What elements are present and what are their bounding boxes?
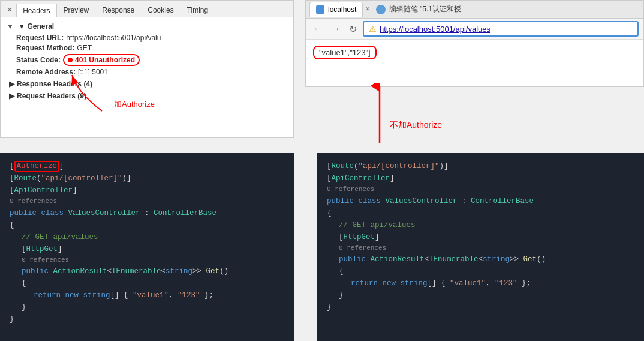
devtools-tabs: × Headers Preview Response Cookies Timin… bbox=[1, 1, 293, 17]
code-r-line-5: { bbox=[327, 207, 634, 219]
authorize-attribute: Authorize bbox=[14, 161, 60, 172]
request-url-row: Request URL: https://localhost:5001/api/… bbox=[7, 34, 287, 42]
browser-window: localhost × 编辑随笔 "5.1认证和授 ← → ↻ ⚠ https:… bbox=[305, 0, 644, 87]
browser-tab-title: localhost bbox=[328, 5, 356, 14]
code-line-13: } bbox=[10, 301, 284, 313]
code-line-10: public ActionResult<IEnumerable<string>>… bbox=[10, 265, 284, 277]
devtools-panel: × Headers Preview Response Cookies Timin… bbox=[0, 0, 294, 138]
code-panel-left: [Authorize] [Route("api/[controller]")] … bbox=[0, 153, 294, 341]
code-line-6: { bbox=[10, 219, 284, 231]
back-button[interactable]: ← bbox=[311, 22, 325, 35]
warning-icon: ⚠ bbox=[369, 24, 377, 34]
new-tab-text: 编辑随笔 "5.1认证和授 bbox=[389, 4, 461, 14]
code-line-7: // GET api/values bbox=[10, 231, 284, 243]
code-line-8: [HttpGet] bbox=[10, 243, 284, 255]
search-icon bbox=[376, 5, 386, 14]
browser-tab-localhost[interactable]: localhost bbox=[309, 2, 363, 17]
browser-tab-bar: localhost × 编辑随笔 "5.1认证和授 bbox=[306, 1, 643, 19]
general-title: ▼ ▼ General bbox=[7, 22, 287, 31]
status-code-row: Status Code: 401 Unauthorized bbox=[7, 54, 287, 66]
request-headers-triangle: ▶ bbox=[9, 92, 14, 100]
code-r-line-10: { bbox=[327, 265, 634, 277]
tab-favicon-icon bbox=[316, 5, 324, 14]
browser-tab-close[interactable]: × bbox=[365, 5, 369, 14]
tab-response[interactable]: Response bbox=[95, 3, 141, 17]
code-r-line-7: [HttpGet] bbox=[327, 231, 634, 243]
forward-button[interactable]: → bbox=[329, 22, 343, 35]
code-ref-2: 0 references bbox=[22, 255, 284, 266]
general-section: ▼ ▼ General Request URL: https://localho… bbox=[7, 22, 287, 76]
new-tab-search: 编辑随笔 "5.1认证和授 bbox=[376, 4, 461, 14]
code-r-line-1: [Route("api/[controller]")] bbox=[327, 160, 634, 172]
code-r-ref-1: 0 references bbox=[327, 184, 634, 195]
code-r-line-6: // GET api/values bbox=[327, 219, 634, 231]
status-badge: 401 Unauthorized bbox=[63, 54, 140, 66]
request-method-value: GET bbox=[77, 44, 92, 52]
status-code-label: Status Code: bbox=[16, 56, 61, 64]
tab-headers[interactable]: Headers bbox=[16, 4, 56, 17]
tab-cookies[interactable]: Cookies bbox=[141, 3, 180, 17]
not-authorize-annotation: 不加Authorize bbox=[390, 120, 442, 131]
code-r-line-2: [ApiController] bbox=[327, 172, 634, 184]
code-r-ref-2: 0 references bbox=[339, 243, 634, 254]
code-r-line-11: return new string[] { "value1", "123" }; bbox=[327, 277, 634, 289]
code-r-line-13: } bbox=[327, 301, 634, 313]
tab-preview[interactable]: Preview bbox=[57, 3, 96, 17]
request-url-value: https://localhost:5001/api/valu bbox=[66, 34, 161, 42]
response-text: "value1","123"] bbox=[319, 48, 371, 57]
code-line-2: [Route("api/[controller]")] bbox=[10, 172, 284, 184]
code-line-1: [Authorize] bbox=[10, 160, 284, 172]
status-code-value: 401 Unauthorized bbox=[75, 56, 135, 64]
tab-timing[interactable]: Timing bbox=[180, 3, 215, 17]
code-panel-right: [Route("api/[controller]")] [ApiControll… bbox=[317, 153, 644, 341]
code-ref-1: 0 references bbox=[10, 196, 284, 207]
refresh-button[interactable]: ↻ bbox=[347, 22, 359, 36]
code-line-14: } bbox=[10, 313, 284, 325]
code-r-line-4: public class ValuesController : Controll… bbox=[327, 195, 634, 207]
code-line-3: [ApiController] bbox=[10, 184, 284, 196]
remote-address-row: Remote Address: [::1]:5001 bbox=[7, 68, 287, 76]
code-r-line-12: } bbox=[327, 289, 634, 301]
address-bar[interactable]: ⚠ https://localhost:5001/api/values bbox=[363, 21, 639, 37]
response-headers-triangle: ▶ bbox=[9, 80, 14, 88]
code-line-12: return new string[] { "value1", "123" }; bbox=[10, 289, 284, 301]
browser-nav: ← → ↻ ⚠ https://localhost:5001/api/value… bbox=[306, 19, 643, 40]
arrow-to-status bbox=[66, 69, 126, 117]
request-method-row: Request Method: GET bbox=[7, 44, 287, 52]
code-line-5: public class ValuesController : Controll… bbox=[10, 207, 284, 219]
triangle-icon: ▼ bbox=[7, 22, 14, 31]
response-value-box: "value1","123"] bbox=[313, 46, 377, 59]
response-headers-row[interactable]: ▶ Response Headers (4) bbox=[7, 78, 287, 90]
status-dot-icon bbox=[68, 58, 73, 62]
address-text: https://localhost:5001/api/values bbox=[380, 25, 490, 34]
arrow-to-response bbox=[365, 83, 395, 149]
request-url-label: Request URL: bbox=[16, 34, 64, 42]
request-method-label: Request Method: bbox=[16, 44, 74, 52]
devtools-content: ▼ ▼ General Request URL: https://localho… bbox=[1, 17, 293, 107]
browser-content: "value1","123"] bbox=[306, 40, 643, 65]
code-r-line-9: public ActionResult<IEnumerable<string>>… bbox=[327, 253, 634, 265]
close-tab[interactable]: × bbox=[3, 2, 16, 17]
code-line-11: { bbox=[10, 277, 284, 289]
